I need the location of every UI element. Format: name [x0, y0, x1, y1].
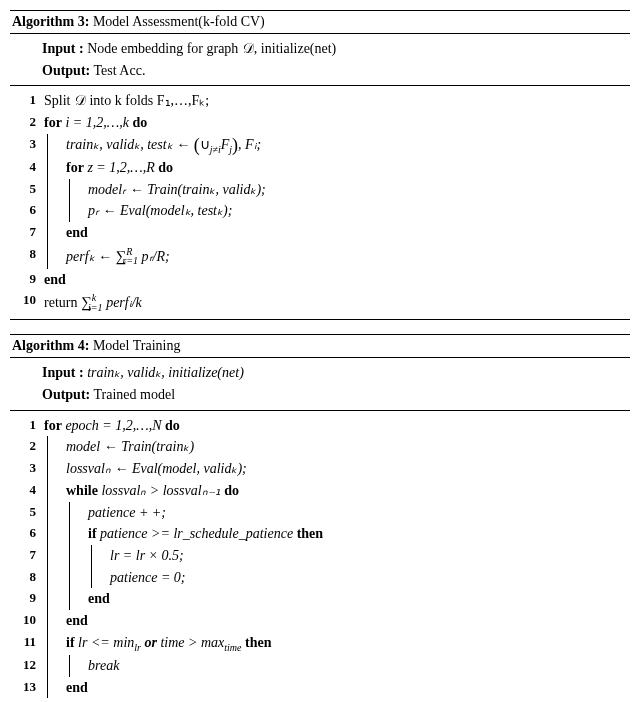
line-number: 8	[12, 567, 44, 587]
line-number: 9	[12, 588, 44, 608]
algo3-input: Node embedding for graph 𝒟, initialize(n…	[87, 41, 336, 56]
algo3-title-text: Model Assessment(k-fold CV)	[93, 14, 265, 29]
algo4-line-3: lossvalₙ ← Eval(model, validₖ);	[47, 458, 247, 480]
algo3-line-10: return ∑ki=1 perfᵢ/k	[44, 290, 142, 315]
line-number: 12	[12, 655, 44, 675]
algo3-line-9: end	[44, 269, 66, 291]
output-label: Output:	[42, 384, 90, 406]
algo3-line-7: end	[66, 225, 88, 240]
algo3-title-label: Algorithm 3:	[12, 14, 89, 29]
input-label: Input :	[42, 362, 84, 384]
line-number: 3	[12, 134, 44, 154]
algo4-title-label: Algorithm 4:	[12, 338, 89, 353]
algo3-title: Algorithm 3: Model Assessment(k-fold CV)	[10, 10, 630, 34]
line-number: 4	[12, 157, 44, 177]
line-number: 11	[12, 632, 44, 652]
algo4-line-10: end	[66, 613, 88, 628]
line-number: 10	[12, 290, 44, 310]
algo4-title: Algorithm 4: Model Training	[10, 334, 630, 358]
algo4-line-2: model ← Train(trainₖ)	[47, 436, 194, 458]
algo4-line-12: break	[69, 655, 119, 677]
algo4-title-text: Model Training	[93, 338, 181, 353]
line-number: 1	[12, 415, 44, 435]
algo4-line-14: end	[44, 698, 66, 702]
output-label: Output:	[42, 60, 90, 82]
line-number: 6	[12, 523, 44, 543]
algo4-line-7: lr = lr × 0.5;	[91, 545, 184, 567]
line-number: 7	[12, 222, 44, 242]
algo4-line-9: end	[88, 591, 110, 606]
algo4-line-1: for epoch = 1,2,…,N do	[44, 415, 180, 437]
algo3-output: Test Acc.	[93, 63, 145, 78]
line-number: 2	[12, 436, 44, 456]
line-number: 6	[12, 200, 44, 220]
algo4-line-13: end	[66, 680, 88, 695]
line-number: 5	[12, 179, 44, 199]
line-number: 13	[12, 677, 44, 697]
line-number: 2	[12, 112, 44, 132]
algo3-line-8: perfₖ ← ∑Rr=1 pᵣ/R;	[47, 244, 170, 269]
algo3-line-3: trainₖ, validₖ, testₖ ← (∪j≠iFj), Fᵢ;	[47, 134, 261, 157]
line-number: 8	[12, 244, 44, 264]
algo3-line-1: Split 𝒟 into k folds F₁,…,Fₖ;	[44, 90, 209, 112]
algo4-input: trainₖ, validₖ, initialize(net)	[87, 365, 244, 380]
algo3-header: Input : Node embedding for graph 𝒟, init…	[10, 34, 630, 86]
line-number: 10	[12, 610, 44, 630]
algorithm-3: Algorithm 3: Model Assessment(k-fold CV)…	[10, 10, 630, 320]
line-number: 3	[12, 458, 44, 478]
algo3-body: 1 Split 𝒟 into k folds F₁,…,Fₖ; 2 for i …	[10, 86, 630, 320]
line-number: 7	[12, 545, 44, 565]
line-number: 1	[12, 90, 44, 110]
algo3-line-4: for z = 1,2,…,R do	[47, 157, 173, 179]
algo3-line-2: for i = 1,2,…,k do	[44, 112, 147, 134]
line-number: 14	[12, 698, 44, 702]
algo3-line-6: pᵣ ← Eval(modelₖ, testₖ);	[69, 200, 232, 222]
algo4-line-8: patience = 0;	[91, 567, 186, 589]
algo4-header: Input : trainₖ, validₖ, initialize(net) …	[10, 358, 630, 410]
algo4-output: Trained model	[93, 387, 175, 402]
input-label: Input :	[42, 38, 84, 60]
algo4-line-5: patience + +;	[69, 502, 166, 524]
algo3-line-5: modelᵣ ← Train(trainₖ, validₖ);	[69, 179, 266, 201]
algo4-line-6: if patience >= lr_schedule_patience then	[69, 523, 323, 545]
algo4-line-11: if lr <= minlr or time > maxtime then	[47, 632, 271, 655]
algo4-line-4: while lossvalₙ > lossvalₙ₋₁ do	[47, 480, 239, 502]
line-number: 5	[12, 502, 44, 522]
algo4-body: 1 for epoch = 1,2,…,N do 2 model ← Train…	[10, 411, 630, 702]
algorithm-4: Algorithm 4: Model Training Input : trai…	[10, 334, 630, 702]
line-number: 9	[12, 269, 44, 289]
line-number: 4	[12, 480, 44, 500]
